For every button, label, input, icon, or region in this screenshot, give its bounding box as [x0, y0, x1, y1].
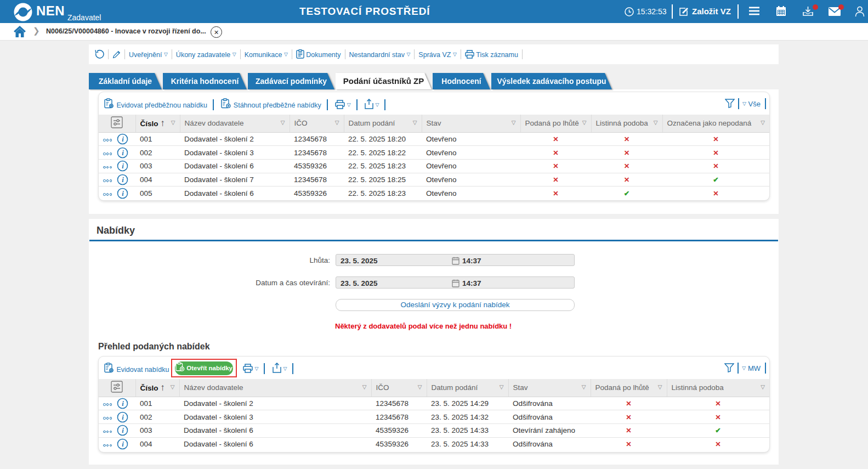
svg-text:i: i	[122, 135, 124, 143]
svg-text:i: i	[122, 414, 124, 421]
svg-text:i: i	[122, 427, 124, 434]
svg-text:i: i	[122, 400, 124, 408]
svg-text:i: i	[122, 162, 124, 170]
svg-text:i: i	[122, 190, 124, 197]
svg-text:i: i	[122, 440, 124, 448]
svg-text:i: i	[122, 176, 124, 184]
svg-text:i: i	[122, 149, 124, 157]
